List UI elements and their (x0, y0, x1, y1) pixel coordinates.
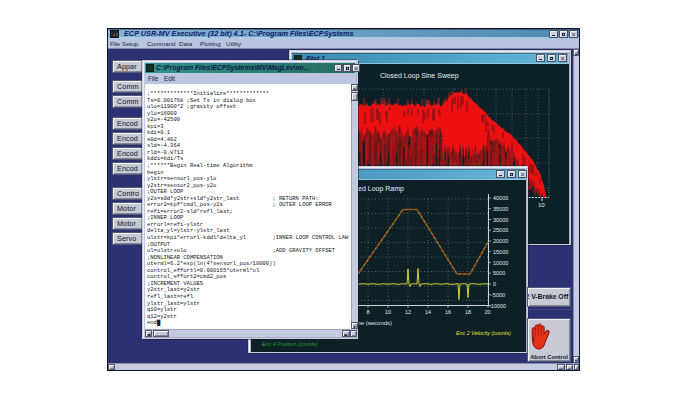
svg-text:10000: 10000 (493, 260, 508, 266)
svg-text:-5000: -5000 (491, 292, 505, 298)
svg-text:Enc 4 Position (counts): Enc 4 Position (counts) (262, 341, 318, 347)
svg-text:16: 16 (445, 309, 451, 315)
svg-text:0: 0 (493, 281, 496, 287)
svg-text:12: 12 (405, 309, 411, 315)
svg-text:14: 14 (425, 309, 431, 315)
svg-text:40000: 40000 (493, 195, 508, 201)
svg-text:8: 8 (367, 309, 370, 315)
svg-text:15000: 15000 (493, 249, 508, 255)
svg-text:10: 10 (538, 202, 545, 208)
svg-text:Closed Loop Sine Sweep: Closed Loop Sine Sweep (380, 72, 459, 80)
svg-text:35000: 35000 (493, 206, 508, 212)
svg-text:5000: 5000 (493, 270, 505, 276)
svg-text:10: 10 (385, 309, 391, 315)
svg-text:30000: 30000 (493, 217, 508, 223)
svg-text:25000: 25000 (493, 227, 508, 233)
svg-text:18: 18 (465, 309, 471, 315)
svg-text:-10000: -10000 (489, 303, 506, 309)
svg-text:20000: 20000 (493, 238, 508, 244)
svg-text:20: 20 (485, 309, 491, 315)
svg-text:Enc 2 Velocity (counts): Enc 2 Velocity (counts) (456, 330, 511, 336)
